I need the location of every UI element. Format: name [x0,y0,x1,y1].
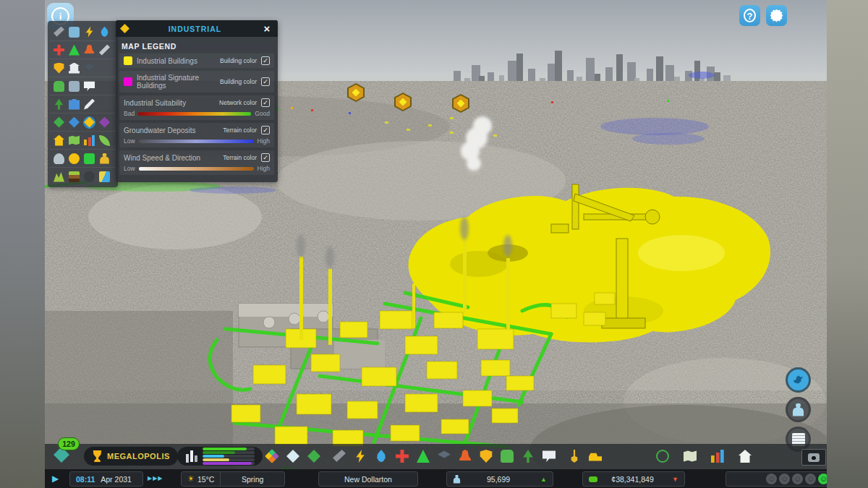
garbage-infoview-button[interactable] [67,43,82,57]
legend-checkbox[interactable]: ✓ [261,98,270,107]
garbage-tool-icon [417,450,430,463]
maintenance-infoview-button[interactable] [97,43,112,57]
fire-rescue-tool-button[interactable] [457,448,473,464]
legend-checkbox[interactable]: ✓ [261,77,270,86]
legend-row-label: Industrial Signature Buildings [137,74,216,90]
money-display[interactable]: ¢38,341,849 ▼ [582,471,685,487]
demand-bar-fill [203,448,247,450]
industrial-area-marker[interactable] [452,94,469,113]
workplaces-infoview-button[interactable] [97,152,112,166]
nature-infoview-button[interactable] [97,134,112,147]
signature-buildings-infoview-button[interactable] [82,98,97,111]
healthcare-infoview-button[interactable] [51,43,67,57]
fire-rescue-infoview-button[interactable] [82,43,97,57]
office-zones-infoview-button[interactable] [97,116,112,129]
legend-row: Wind Speed & DirectionTerrain color✓LowH… [119,150,274,175]
industrial-area-marker[interactable] [347,83,365,102]
land-value-infoview-button[interactable] [67,134,82,147]
legend-row-main: Groundwater DepositsTerrain color✓ [124,126,270,134]
money-trend-icon: ▼ [666,472,684,486]
post-infoview-icon [69,81,80,92]
population-display[interactable]: 95,699 ▲ [446,471,553,487]
industrial-zones-infoview-button[interactable] [82,116,97,129]
happiness-face-icon[interactable]: ☺ [766,474,777,484]
legend-checkbox[interactable]: ✓ [261,126,270,134]
electricity-tool-button[interactable] [352,448,368,464]
roads-tool-button[interactable] [331,448,347,464]
electricity-infoview-button[interactable] [82,25,97,39]
land-value-infoview-icon [69,135,80,146]
fire-rescue-tool-icon [459,450,472,463]
pollution-infoview-button[interactable] [51,152,67,166]
water-sewage-tool-icon [375,450,388,463]
info-views-button[interactable] [682,448,698,464]
statistics-icon [711,450,724,463]
simulation-speed-button[interactable]: ▶▶▶ [146,471,164,485]
water-resources-infoview-button[interactable] [97,170,112,184]
photo-mode-button[interactable] [801,449,826,466]
water-sewage-tool-button[interactable] [373,448,389,464]
environment-button[interactable] [737,448,753,464]
happiness-display[interactable]: ☺☺☺☺☺ [726,471,827,487]
commercial-zones-infoview-button[interactable] [67,116,82,129]
post-infoview-button[interactable] [67,80,82,93]
happiness-infoview-button[interactable] [67,152,82,166]
residential-zones-infoview-button[interactable] [51,116,67,129]
legend-row: Industrial SuitabilityNetwork color✓BadG… [119,95,274,120]
settings-button[interactable] [766,5,787,26]
landscaping-tool-button[interactable] [566,448,582,464]
communications-tool-button[interactable] [541,448,557,464]
residential-infoview-button[interactable] [51,134,67,147]
signature-areas-tool-icon [307,450,320,463]
areas-tool-button[interactable] [285,448,301,464]
police-tool-button[interactable] [478,448,494,464]
tourism-infoview-button[interactable] [67,98,82,111]
demand-bar-fill [203,451,235,454]
transportation-tool-button[interactable] [499,448,515,464]
resources-infoview-button[interactable] [82,170,97,184]
terrain-infoview-button[interactable] [51,170,67,184]
soil-infoview-button[interactable] [67,170,82,184]
main-toolbar: 129 MEGALOPOLIS [45,444,827,469]
zoning-tool-button[interactable] [264,448,280,464]
happiness-face-icon[interactable]: ☺ [792,474,803,484]
happiness-face-icon[interactable]: ☺ [805,474,816,484]
city-name-display[interactable]: New Dollarton [318,471,418,487]
chirper-button[interactable] [786,367,811,393]
communications-infoview-button[interactable] [82,80,97,93]
xp-progress[interactable]: 129 [49,437,81,469]
citizens-button[interactable] [786,397,811,422]
healthcare-tool-button[interactable] [394,448,410,464]
happiness-face-icon[interactable]: ☺ [779,474,790,484]
city-demand-icon [185,450,198,463]
tiles-infoview-button[interactable] [67,25,82,39]
construction-tools [264,448,603,464]
roads-infoview-button[interactable] [51,25,67,39]
signature-areas-tool-button[interactable] [306,448,322,464]
play-pause-button[interactable]: ▶ [49,471,61,485]
money-infoview-button[interactable] [82,152,97,166]
population-icon [453,475,461,484]
industrial-area-marker[interactable] [394,93,412,111]
parks-infoview-button[interactable] [51,98,67,111]
temperature-segment: ☀ 15°C [182,472,220,486]
economy-infoview-button[interactable] [82,134,97,147]
water-infoview-button[interactable] [97,25,112,39]
parks-recreation-tool-button[interactable] [520,448,536,464]
education-infoview-button[interactable] [82,61,97,75]
bulldozer-tool-button[interactable] [587,448,603,464]
happiness-face-icon[interactable]: ☺ [818,474,827,484]
education-tool-button[interactable] [436,448,452,464]
close-button[interactable]: × [260,22,273,35]
help-button[interactable]: ? [739,5,760,26]
garbage-tool-button[interactable] [415,448,431,464]
progression-button[interactable] [655,448,671,464]
milestone-button[interactable]: MEGALOPOLIS [84,447,178,466]
legend-checkbox[interactable]: ✓ [261,56,270,65]
police-infoview-button[interactable] [51,61,67,75]
statistics-button[interactable] [710,448,726,464]
administration-infoview-button[interactable] [67,61,82,75]
legend-checkbox[interactable]: ✓ [261,153,270,162]
transportation-infoview-button[interactable] [51,80,67,93]
demand-panel[interactable] [177,447,263,466]
